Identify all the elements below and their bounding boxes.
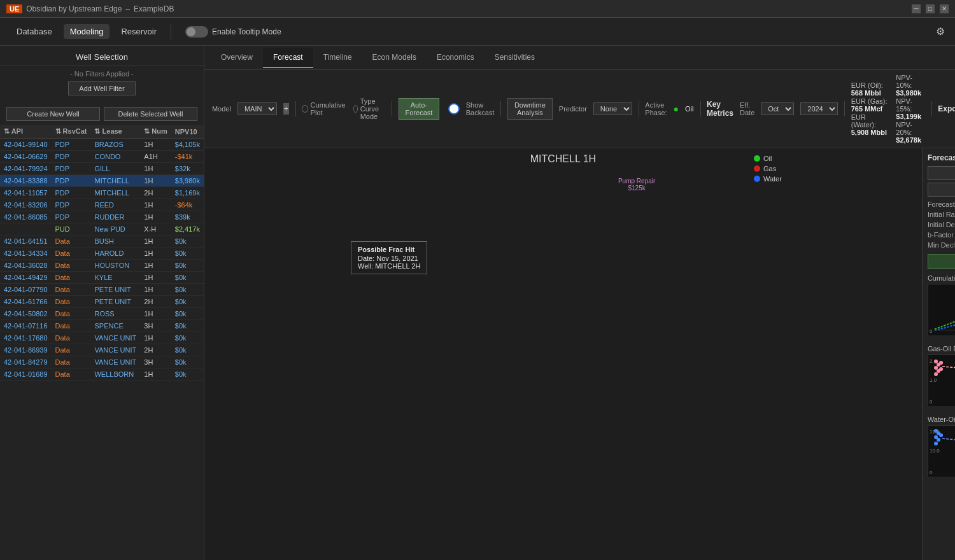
tab-econ-models[interactable]: Econ Models — [362, 48, 427, 68]
col-header-api[interactable]: ⇅ API — [0, 125, 52, 139]
forecast-param: Forecast Start2023-10-01 — [928, 199, 955, 209]
toolbar-separator — [171, 24, 171, 39]
add-filter-button[interactable]: Add Well Filter — [68, 81, 135, 95]
table-row[interactable]: 42-041-83388 PDP MITCHELL 1H $3,980k — [0, 175, 204, 187]
table-row[interactable]: 42-041-06629 PDP CONDO A1H -$41k — [0, 151, 204, 163]
chart-title: MITCHELL 1H — [204, 148, 922, 165]
api-cell: 42-041-07116 — [0, 320, 52, 332]
npv20-metric: NPV-20%: $2,678k — [896, 121, 924, 144]
table-row[interactable]: 42-041-86939 Data VANCE UNIT 2H $0k — [0, 344, 204, 356]
table-row[interactable]: 42-041-49429 Data KYLE 1H $0k — [0, 272, 204, 284]
save-forecast-button[interactable]: Save Forecast — [928, 254, 955, 269]
load-type-curve-button[interactable]: Load Type Curve — [928, 166, 955, 180]
model-select[interactable]: MAIN — [237, 102, 277, 115]
api-cell: 42-041-49429 — [0, 272, 52, 284]
table-row[interactable]: 42-041-84279 Data VANCE UNIT 3H $0k — [0, 356, 204, 368]
right-sidebar: Forecast - Oil Load Type Curve Delete Fo… — [922, 148, 955, 560]
nav-reservoir[interactable]: Reservoir — [115, 24, 163, 39]
table-row[interactable]: 42-041-34334 Data HAROLD 1H $0k — [0, 248, 204, 260]
table-row[interactable]: 42-041-86085 PDP RUDDER 1H $39k — [0, 211, 204, 223]
tab-overview[interactable]: Overview — [211, 48, 263, 68]
tooltip-mode-toggle[interactable] — [185, 26, 208, 38]
tab-timeline[interactable]: Timeline — [313, 48, 362, 68]
tab-bar: Overview Forecast Timeline Econ Models E… — [204, 46, 955, 70]
col-header-npv10[interactable]: NPV10 — [171, 125, 204, 139]
api-cell: 42-041-07790 — [0, 284, 52, 296]
lease-cell: REED — [90, 199, 140, 211]
npv10-cell: $0k — [171, 368, 204, 381]
table-row[interactable]: 42-041-79924 PDP GILL 1H $32k — [0, 163, 204, 175]
num-cell: 1H — [140, 163, 171, 175]
show-backcast-toggle[interactable] — [448, 103, 459, 115]
col-header-lease[interactable]: ⇅ Lease — [90, 125, 140, 139]
rsvcat-cell: PDP — [52, 211, 91, 223]
auto-forecast-button[interactable]: Auto-Forecast — [399, 98, 440, 120]
num-cell: 1H — [140, 139, 171, 151]
eff-year-select[interactable]: 2024 — [800, 102, 838, 115]
maximize-button[interactable]: □ — [926, 4, 935, 13]
forecast-param: Initial Rate85.57 — [928, 209, 955, 220]
create-well-button[interactable]: Create New Well — [6, 107, 100, 121]
table-row[interactable]: 42-041-61766 Data PETE UNIT 2H $0k — [0, 296, 204, 308]
num-cell: 1H — [140, 308, 171, 320]
num-cell: 1H — [140, 175, 171, 187]
table-row[interactable]: 42-041-64151 Data BUSH 1H $0k — [0, 235, 204, 248]
npv10-cell: $3,980k — [171, 175, 204, 187]
tab-sensitivities[interactable]: Sensitivities — [485, 48, 545, 68]
eff-date-label: Eff. Date — [740, 101, 754, 116]
app-title: UE Obsidian by Upstream Edge – ExampleDB — [6, 4, 174, 13]
num-cell: 1H — [140, 368, 171, 381]
predictor-select[interactable]: None — [593, 102, 632, 115]
table-row[interactable]: 42-041-01689 Data WELLBORN 1H $0k — [0, 368, 204, 381]
num-cell: 2H — [140, 296, 171, 308]
npv15-metric: NPV-15%: $3,199k — [896, 97, 924, 120]
minimize-button[interactable]: ─ — [912, 4, 921, 13]
delete-well-button[interactable]: Delete Selected Well — [104, 107, 197, 121]
gor-label: Gas-Oil Ratio — [928, 345, 955, 353]
rsvcat-cell: Data — [52, 248, 91, 260]
tab-forecast[interactable]: Forecast — [263, 48, 313, 68]
table-row[interactable]: 42-041-11057 PDP MITCHELL 2H $1,169k — [0, 187, 204, 199]
lease-cell: New PUD — [90, 223, 140, 235]
lease-cell: HAROLD — [90, 248, 140, 260]
npv10-cell: $0k — [171, 308, 204, 320]
nav-database[interactable]: Database — [10, 24, 59, 39]
type-curve-radio-btn[interactable] — [353, 105, 358, 113]
rsvcat-cell: Data — [52, 272, 91, 284]
col-header-rsvcat[interactable]: ⇅ RsvCat — [52, 125, 91, 139]
downtime-analysis-button[interactable]: Downtime Analysis — [507, 98, 553, 120]
table-row[interactable]: 42-041-36028 Data HOUSTON 1H $0k — [0, 260, 204, 272]
cumulative-plot-radio-btn[interactable] — [302, 105, 308, 113]
table-row[interactable]: 42-041-17680 Data VANCE UNIT 1H $0k — [0, 332, 204, 344]
eff-month-select[interactable]: Oct — [761, 102, 794, 115]
cum-prod-chart: 0 — [928, 284, 955, 335]
table-row[interactable]: 42-041-50802 Data ROSS 1H $0k — [0, 308, 204, 320]
tab-economics[interactable]: Economics — [427, 48, 485, 68]
rsvcat-cell: PDP — [52, 175, 91, 187]
oil-phase-icon: ● — [674, 104, 679, 114]
chart-svg-wrapper: Possible Frac Hit Date: Nov 15, 2021 Wel… — [211, 165, 916, 551]
num-cell: 1H — [140, 260, 171, 272]
close-button[interactable]: ✕ — [940, 4, 949, 13]
chart-area: MITCHELL 1H Oil Gas Water — [204, 148, 955, 560]
table-row[interactable]: 42-041-07790 Data PETE UNIT 1H $0k — [0, 284, 204, 296]
add-model-button[interactable]: + — [283, 103, 289, 115]
table-row[interactable]: 42-041-99140 PDP BRAZOS 1H $4,105k — [0, 139, 204, 151]
title-separator: – — [125, 4, 130, 13]
svg-point-28 — [934, 442, 938, 445]
table-row[interactable]: 42-041-07116 Data SPENCE 3H $0k — [0, 320, 204, 332]
svg-text:1.0: 1.0 — [930, 377, 937, 383]
lease-cell: VANCE UNIT — [90, 356, 140, 368]
filter-bar: - No Filters Applied - — [0, 66, 204, 81]
api-cell: 42-041-84279 — [0, 356, 52, 368]
nav-modeling[interactable]: Modeling — [64, 24, 110, 39]
npv10-cell: $0k — [171, 332, 204, 344]
api-cell: 42-041-79924 — [0, 163, 52, 175]
table-row[interactable]: 42-041-83206 PDP REED 1H -$64k — [0, 199, 204, 211]
settings-button[interactable]: ⚙ — [936, 25, 945, 38]
rsvcat-cell: PDP — [52, 187, 91, 199]
delete-forecast-button[interactable]: Delete Forecast — [928, 183, 955, 197]
col-header-num[interactable]: ⇅ Num — [140, 125, 171, 139]
table-row[interactable]: PUD New PUD X-H $2,417k — [0, 223, 204, 235]
num-cell: X-H — [140, 223, 171, 235]
